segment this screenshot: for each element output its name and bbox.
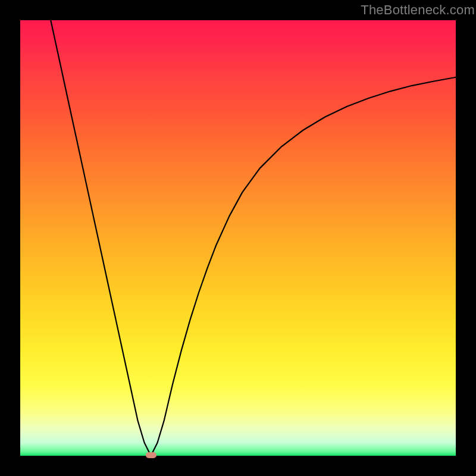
watermark-label: TheBottleneck.com — [361, 2, 475, 18]
chart-plot-area — [20, 20, 456, 456]
chart-frame: TheBottleneck.com — [0, 0, 476, 476]
optimal-point-marker — [146, 452, 156, 458]
chart-curve — [20, 20, 456, 456]
